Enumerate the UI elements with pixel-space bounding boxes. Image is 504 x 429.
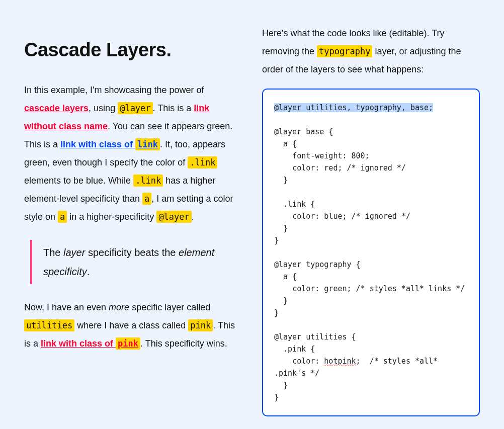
para2-t4: . This specificity wins. [140,338,227,349]
para1-t8: in a higher-specificity [67,212,156,222]
blockquote: The layer specificity beats the element … [30,240,242,284]
code-link-inside-link: link [135,138,160,150]
code-util-color-pre: color: [274,357,324,366]
code-utilities: utilities [24,319,74,331]
para1-t0: In this example, I'm showcasing the powe… [24,85,204,95]
code-pink-1: pink [188,319,213,331]
code-a-2: a [58,211,67,223]
code-base-open: @layer base { [274,127,333,136]
code-util-pink-open: .pink { [274,345,315,354]
code-base-close: } [274,236,279,245]
code-base-fw: font-weight: 800; [274,151,370,160]
link-cascade-layers[interactable]: cascade layers [24,103,89,113]
code-dotlink-1: .link [188,156,217,168]
code-line-selected: @layer utilities, typography, base; [274,103,433,112]
link-with-class-link[interactable]: link with class of link [60,138,160,150]
page-title: Cascade Layers. [24,39,242,61]
quote-t0: The [43,247,63,258]
code-atlayer-2: @layer [156,211,191,223]
code-hotpink-squiggle: hotpink [324,357,356,366]
code-base-link-color: color: blue; /* ignored */ [274,212,410,221]
code-typo-open: @layer typography { [274,260,361,269]
code-util-close: } [274,393,279,402]
para2-t1: specific layer called [129,302,210,312]
code-editor[interactable]: @layer utilities, typography, base; @lay… [262,89,480,416]
para2-t0: Now, I have an even [24,302,109,312]
right-intro: Here's what the code looks like (editabl… [262,24,480,78]
code-base-a-close: } [274,176,288,185]
code-base-color: color: red; /* ignored */ [274,163,406,173]
code-util-open: @layer utilities { [274,332,356,341]
code-typo-a-open: a { [274,272,297,281]
code-base-a-open: a { [274,139,297,148]
code-typography: typography [317,45,372,57]
code-typo-close: } [274,308,279,317]
quote-t2: . [87,266,90,277]
para2-t2: where I have a class called [74,320,188,330]
right-column: Here's what the code looks like (editabl… [262,24,480,416]
quote-t1: specificity beats the [85,247,179,258]
code-base-link-close: } [274,224,288,233]
link-with-class-pink[interactable]: link with class of pink [41,337,140,350]
para1-t9: . [192,212,194,222]
code-dotlink-2: .link [133,175,163,187]
page-columns: Cascade Layers. In this example, I'm sho… [0,0,504,416]
left-column: Cascade Layers. In this example, I'm sho… [24,24,242,416]
para2: Now, I have an even more specific layer … [24,298,242,353]
code-typo-a-close: } [274,296,288,305]
para1-t1: , using [89,103,118,113]
quote-em-layer: layer [63,247,85,258]
link-with-class-link-text: link with class of [60,139,135,149]
para1-t2: . This is a [153,103,194,113]
intro-paragraph: In this example, I'm showcasing the powe… [24,81,242,226]
code-base-link-open: .link { [274,200,315,209]
code-content[interactable]: @layer utilities, typography, base; @lay… [274,102,468,403]
para2-em-more: more [109,302,129,312]
code-atlayer-1: @layer [118,102,152,114]
link-with-class-pink-text: link with class of [41,338,116,349]
para1-t5: elements to be blue. While [24,176,133,186]
code-typo-color: color: green; /* styles *all* links */ [274,284,465,293]
code-util-pink-close: } [274,381,288,390]
code-pink-inside-link: pink [116,337,140,350]
code-a-1: a [142,193,151,205]
